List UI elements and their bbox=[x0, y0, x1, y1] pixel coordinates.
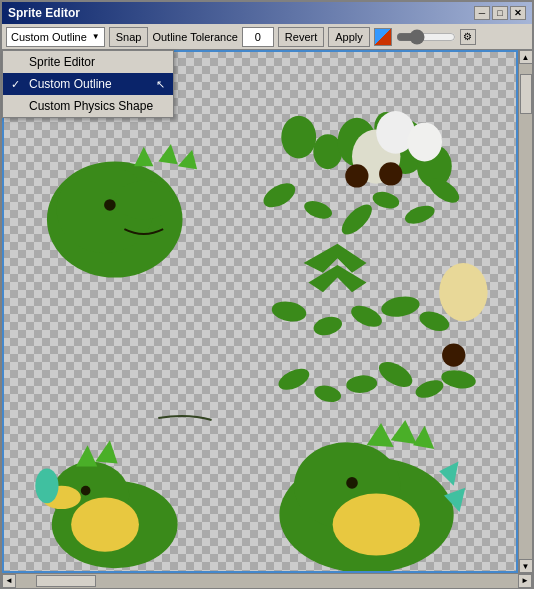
svg-point-35 bbox=[375, 357, 417, 392]
scroll-thumb-bottom[interactable] bbox=[36, 575, 96, 587]
svg-marker-4 bbox=[158, 144, 177, 164]
svg-point-28 bbox=[312, 314, 345, 338]
svg-marker-50 bbox=[391, 420, 417, 444]
sprite-canvas[interactable] bbox=[2, 50, 518, 573]
svg-marker-5 bbox=[178, 150, 197, 169]
svg-point-6 bbox=[104, 199, 116, 211]
scroll-track-bottom[interactable] bbox=[16, 574, 518, 588]
zoom-slider[interactable] bbox=[396, 30, 456, 44]
menu-item-custom-physics[interactable]: Custom Physics Shape bbox=[3, 95, 173, 117]
svg-marker-3 bbox=[134, 147, 153, 166]
cursor-indicator: ↖ bbox=[156, 78, 165, 91]
chevron-down-icon: ▼ bbox=[92, 32, 100, 41]
svg-point-15 bbox=[407, 123, 442, 162]
snap-button[interactable]: Snap bbox=[109, 27, 149, 47]
svg-marker-51 bbox=[413, 426, 434, 449]
sprite-editor-window: Sprite Editor ─ □ ✕ Custom Outline ▼ Sna… bbox=[0, 0, 534, 589]
svg-point-29 bbox=[348, 301, 385, 331]
menu-item-sprite-editor[interactable]: Sprite Editor bbox=[3, 51, 173, 73]
mode-dropdown[interactable]: Custom Outline ▼ bbox=[6, 27, 105, 47]
scroll-thumb-right[interactable] bbox=[520, 74, 532, 114]
svg-point-22 bbox=[371, 189, 401, 211]
svg-point-19 bbox=[259, 178, 299, 212]
svg-marker-52 bbox=[439, 462, 458, 486]
svg-point-45 bbox=[81, 486, 91, 496]
svg-point-20 bbox=[302, 198, 335, 222]
menu-item-custom-outline[interactable]: Custom Outline ↖ bbox=[3, 73, 173, 95]
svg-point-46 bbox=[35, 468, 58, 503]
svg-point-44 bbox=[71, 497, 139, 551]
scroll-left-button[interactable]: ◄ bbox=[2, 574, 16, 588]
revert-button[interactable]: Revert bbox=[278, 27, 324, 47]
svg-point-34 bbox=[345, 374, 377, 394]
toolbar: Custom Outline ▼ Snap Outline Tolerance … bbox=[2, 24, 532, 50]
scroll-right-button[interactable]: ► bbox=[518, 574, 532, 588]
svg-point-7 bbox=[281, 116, 316, 159]
svg-marker-41 bbox=[76, 445, 97, 466]
right-scrollbar: ▲ ▼ bbox=[518, 50, 532, 573]
settings-icon[interactable]: ⚙ bbox=[460, 29, 476, 45]
svg-point-55 bbox=[333, 494, 420, 556]
svg-point-54 bbox=[346, 477, 358, 489]
svg-point-33 bbox=[313, 383, 343, 405]
svg-point-18 bbox=[442, 343, 465, 366]
close-button[interactable]: ✕ bbox=[510, 6, 526, 20]
canvas-area[interactable] bbox=[2, 50, 518, 573]
tolerance-input[interactable] bbox=[242, 27, 274, 47]
zoom-slider-container bbox=[396, 30, 456, 44]
title-bar-buttons: ─ □ ✕ bbox=[474, 6, 526, 20]
scroll-track-right[interactable] bbox=[519, 64, 533, 559]
svg-marker-42 bbox=[95, 440, 117, 463]
svg-point-17 bbox=[379, 162, 402, 185]
svg-point-2 bbox=[115, 181, 173, 220]
main-area: ▲ ▼ bbox=[2, 50, 532, 573]
window-title: Sprite Editor bbox=[8, 6, 80, 20]
svg-point-21 bbox=[337, 200, 377, 240]
svg-point-30 bbox=[380, 294, 422, 320]
bottom-scrollbar: ◄ ► bbox=[2, 573, 532, 587]
scroll-down-button[interactable]: ▼ bbox=[519, 559, 533, 573]
svg-point-32 bbox=[275, 364, 312, 394]
dropdown-label: Custom Outline bbox=[11, 31, 87, 43]
svg-point-37 bbox=[440, 368, 477, 391]
svg-point-23 bbox=[403, 202, 437, 227]
title-bar: Sprite Editor ─ □ ✕ bbox=[2, 2, 532, 24]
svg-marker-49 bbox=[367, 423, 394, 447]
tolerance-label: Outline Tolerance bbox=[152, 31, 237, 43]
svg-point-27 bbox=[270, 299, 308, 324]
dropdown-menu: Sprite Editor Custom Outline ↖ Custom Ph… bbox=[2, 50, 174, 118]
minimize-button[interactable]: ─ bbox=[474, 6, 490, 20]
scroll-up-button[interactable]: ▲ bbox=[519, 50, 533, 64]
svg-point-36 bbox=[413, 377, 446, 401]
apply-button[interactable]: Apply bbox=[328, 27, 370, 47]
svg-point-16 bbox=[345, 164, 368, 187]
color-picker-icon[interactable] bbox=[374, 28, 392, 46]
maximize-button[interactable]: □ bbox=[492, 6, 508, 20]
svg-point-38 bbox=[439, 263, 487, 321]
